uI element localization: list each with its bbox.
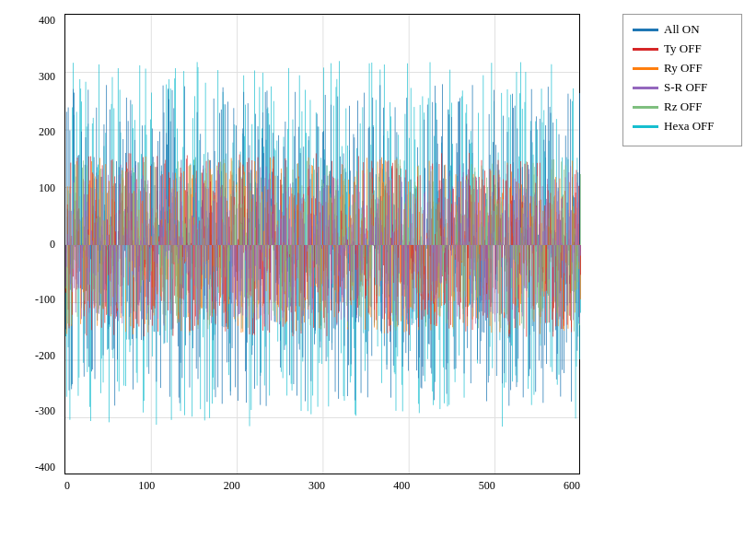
legend-color-ty-off — [633, 48, 658, 51]
legend-color-ry-off — [633, 67, 658, 70]
legend-label-sr-off: S-R OFF — [664, 80, 707, 95]
legend-item-ry-off: Ry OFF — [633, 61, 732, 76]
legend-item-sr-off: S-R OFF — [633, 80, 732, 95]
legend-label-ty-off: Ty OFF — [664, 41, 702, 56]
legend-label-ry-off: Ry OFF — [664, 61, 703, 76]
y-axis-labels: 400 300 200 100 0 -100 -200 -300 -400 — [0, 14, 60, 474]
legend-item-rz-off: Rz OFF — [633, 99, 732, 114]
legend-color-hexa-off — [633, 125, 658, 128]
legend-label-rz-off: Rz OFF — [664, 99, 703, 114]
legend-item-hexa-off: Hexa OFF — [633, 119, 732, 134]
legend-label-hexa-off: Hexa OFF — [664, 119, 715, 134]
x-axis-labels: 0 100 200 300 400 500 600 — [64, 479, 580, 493]
legend-label-all-on: All ON — [664, 22, 700, 37]
legend-item-all-on: All ON — [633, 22, 732, 37]
legend-item-ty-off: Ty OFF — [633, 41, 732, 56]
legend-color-rz-off — [633, 106, 658, 109]
bar-chart-canvas — [65, 15, 581, 475]
chart-container: 400 300 200 100 0 -100 -200 -300 -400 — [0, 0, 756, 538]
chart-area — [64, 14, 580, 474]
legend-color-sr-off — [633, 87, 658, 89]
legend: All ON Ty OFF Ry OFF S-R OFF Rz OFF Hexa… — [622, 14, 742, 146]
legend-color-all-on — [633, 29, 658, 31]
